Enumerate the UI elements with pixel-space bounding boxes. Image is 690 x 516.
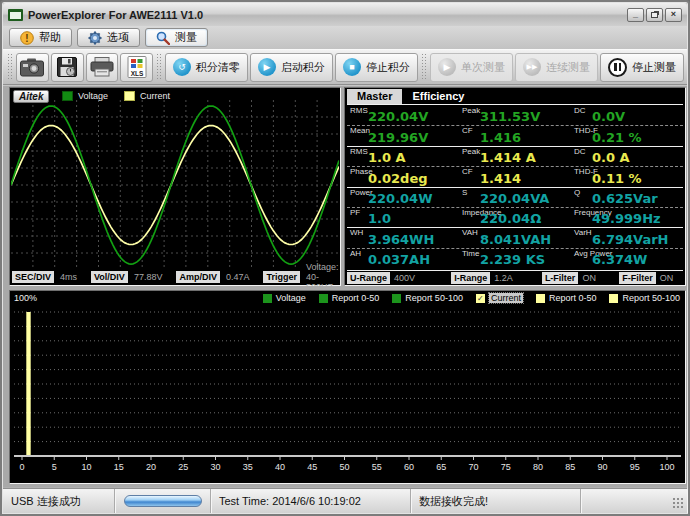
scope-status-bar: SEC/DIV 4ms Vol/DIV 77.88V Amp/DIV 0.47A… xyxy=(12,270,338,283)
harmonics-legend-item[interactable]: Report 0-50 xyxy=(319,293,380,303)
harmonics-legend-item[interactable]: ✓Current xyxy=(476,293,523,303)
svg-text:65: 65 xyxy=(436,462,446,472)
title-bar: PowerExplorer For AWE2111 V1.0 _ × xyxy=(3,3,687,26)
measurement-label: Mean xyxy=(350,126,370,135)
toolbar-grip[interactable] xyxy=(7,53,13,81)
scope-legend-voltage[interactable]: Voltage xyxy=(62,91,108,101)
test-time-section: Test Time: 2014/6/6 10:19:02 xyxy=(211,489,411,513)
measurement-rows: RMS220.04VPeak311.53VDC0.0VMean219.96VCF… xyxy=(347,106,683,268)
y-axis-max-label: 100% xyxy=(14,293,37,303)
test-time-text: Test Time: 2014/6/6 10:19:02 xyxy=(219,495,361,507)
menu-tab-help[interactable]: ! 帮助 xyxy=(9,28,72,47)
start-integration-button[interactable]: ▶ 启动积分 xyxy=(250,53,333,82)
measurement-cell: Time2.239 KS xyxy=(459,249,571,268)
snapshot-button[interactable] xyxy=(16,53,49,82)
measurement-value: 6.794VarH xyxy=(592,232,669,247)
excel-icon: XLS xyxy=(127,56,147,78)
forward-icon: ▶▶ xyxy=(523,58,541,76)
toolbar-grip[interactable] xyxy=(156,53,162,81)
single-measure-button[interactable]: ▶ 单次测量 xyxy=(430,53,513,82)
usb-status-text: USB 连接成功 xyxy=(11,494,81,509)
measurement-cell: PF1.0 xyxy=(347,208,459,227)
harmonics-canvas: 0510152025303540455055606570758085909510… xyxy=(12,304,683,482)
measurement-cell: Phase0.02deg xyxy=(347,167,459,186)
measurement-label: PF xyxy=(350,208,360,217)
harmonics-legend-item[interactable]: Voltage xyxy=(263,293,306,303)
svg-text:75: 75 xyxy=(501,462,511,472)
measurement-cell: Peak1.414 A xyxy=(459,147,571,166)
integration-reset-button[interactable]: ↺ 积分清零 xyxy=(165,53,248,82)
range-footer: U-Range 400V I-Range 1.2A L-Filter ON F-… xyxy=(347,270,683,283)
measurement-value: 1.414 xyxy=(480,171,521,186)
svg-text:45: 45 xyxy=(307,462,317,472)
tab-master[interactable]: Master xyxy=(347,89,402,104)
i-range-group: I-Range 1.2A xyxy=(451,272,542,284)
measurement-cell: RMS220.04V xyxy=(347,106,459,125)
measurement-value: 219.96V xyxy=(368,130,428,145)
harmonics-legend: VoltageReport 0-50Report 50-100✓CurrentR… xyxy=(263,293,680,303)
print-button[interactable] xyxy=(86,53,119,82)
voldiv-chip: Vol/DIV xyxy=(91,271,128,283)
progress-section xyxy=(115,489,211,513)
save-button[interactable] xyxy=(51,53,84,82)
measurement-cell: Mean219.96V xyxy=(347,126,459,145)
stop-measure-button[interactable]: 停止测量 xyxy=(600,53,684,82)
legend-label: Voltage xyxy=(276,293,306,303)
close-button[interactable]: × xyxy=(665,8,682,22)
measurement-cell: S220.04VA xyxy=(459,188,571,207)
f-filter-group: F-Filter ON xyxy=(619,272,683,284)
measurement-cell: Peak311.53V xyxy=(459,106,571,125)
toolbar: XLS ↺ 积分清零 ▶ 启动积分 ■ 停止积分 ▶ 单次测量 ▶▶ 连续测量 … xyxy=(3,49,687,85)
measurement-cell: Power220.04W xyxy=(347,188,459,207)
svg-text:XLS: XLS xyxy=(130,70,143,77)
scope-legend-current[interactable]: Current xyxy=(124,91,170,101)
svg-text:95: 95 xyxy=(630,462,640,472)
toolbar-grip[interactable] xyxy=(421,53,427,81)
resize-grip[interactable] xyxy=(672,497,685,510)
menu-tab-label: 测量 xyxy=(175,30,197,45)
svg-text:80: 80 xyxy=(533,462,543,472)
harmonics-legend-item[interactable]: Report 50-100 xyxy=(609,293,680,303)
play-icon: ▶ xyxy=(258,58,276,76)
measurement-value: 220.04W xyxy=(368,191,433,206)
measurement-cell: DC0.0 A xyxy=(571,147,683,166)
button-label: 单次测量 xyxy=(461,60,505,75)
measurement-tabs: Master Efficiency xyxy=(347,89,683,105)
measurement-value: 2.239 KS xyxy=(480,252,545,267)
restore-button[interactable] xyxy=(646,8,663,22)
measurement-value: 0.037AH xyxy=(368,252,430,267)
svg-text:10: 10 xyxy=(81,462,91,472)
measurement-label: VAH xyxy=(462,228,478,237)
measurement-value: 0.0V xyxy=(592,109,625,124)
export-excel-button[interactable]: XLS xyxy=(120,53,153,82)
button-label: 停止测量 xyxy=(632,60,676,75)
swatch-icon xyxy=(536,294,545,303)
secdiv-value: 4ms xyxy=(60,272,77,282)
continuous-measure-button[interactable]: ▶▶ 连续测量 xyxy=(515,53,598,82)
measurement-cell: THD-F0.21 % xyxy=(571,126,683,145)
measurement-label: CF xyxy=(462,126,473,135)
harmonics-legend-item[interactable]: Report 0-50 xyxy=(536,293,597,303)
menu-tab-label: 选项 xyxy=(107,30,129,45)
button-label: 积分清零 xyxy=(196,60,240,75)
measurement-cell: VAH8.041VAH xyxy=(459,228,571,247)
menu-tab-label: 帮助 xyxy=(39,30,61,45)
measurement-label: DC xyxy=(574,147,586,156)
minimize-button[interactable]: _ xyxy=(627,8,644,22)
legend-label: Voltage xyxy=(78,91,108,101)
menu-tab-options[interactable]: 选项 xyxy=(77,28,140,47)
menu-tab-measure[interactable]: 测量 xyxy=(145,28,208,47)
content-area: Aitek Voltage Current SEC/DIV 4ms Vol/DI… xyxy=(3,86,687,487)
measurement-panel: Master Efficiency RMS220.04VPeak311.53VD… xyxy=(344,87,686,286)
measurement-value: 1.0 A xyxy=(368,150,406,165)
camera-icon xyxy=(20,58,44,77)
harmonics-legend-item[interactable]: Report 50-100 xyxy=(392,293,463,303)
stop-integration-button[interactable]: ■ 停止积分 xyxy=(335,53,418,82)
tab-efficiency[interactable]: Efficiency xyxy=(402,89,474,104)
status-bar: USB 连接成功 Test Time: 2014/6/6 10:19:02 数据… xyxy=(3,488,687,513)
l-filter-group: L-Filter ON xyxy=(542,272,619,284)
measurement-row: Mean219.96VCF1.416THD-F0.21 % xyxy=(347,126,683,146)
svg-text:!: ! xyxy=(25,32,28,43)
measurement-value: 0.21 % xyxy=(592,130,642,145)
svg-text:90: 90 xyxy=(597,462,607,472)
